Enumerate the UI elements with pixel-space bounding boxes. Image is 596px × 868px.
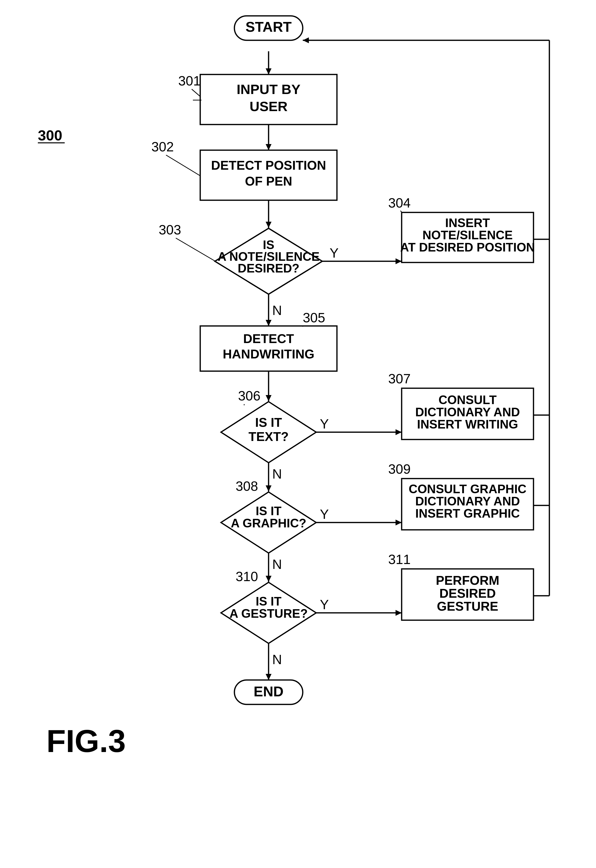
node-301-line1: INPUT BY [237,81,300,97]
node-310-line1: IS IT [256,595,282,608]
node-303-line3: DESIRED? [238,261,299,275]
label-310-n: N [272,652,282,667]
node-309-line3: INSERT GRAPHIC [415,506,520,520]
ref-310: 310 [236,569,258,584]
node-304-line1: INSERT [445,216,490,230]
ref-309: 309 [388,462,411,477]
ref-304: 304 [388,195,411,211]
node-308-line1: IS IT [256,504,282,518]
figure-label: FIG.3 [46,723,126,759]
label-303-y: Y [330,245,339,261]
label-306-n: N [272,466,282,481]
node-309-line1: CONSULT GRAPHIC [409,482,527,496]
node-307-line1: CONSULT [438,393,497,407]
node-302-line2: OF PEN [245,174,292,188]
node-311-line1: PERFORM [436,573,499,588]
node-302-line1: DETECT POSITION [211,158,326,173]
ref-306: 306 [238,388,261,403]
node-306-line2: TEXT? [249,430,289,444]
ref-305: 305 [303,310,325,325]
node-304-line3: AT DESIRED POSITION [400,241,535,254]
node-305-line1: DETECT [243,332,294,346]
label-308-y: Y [320,506,329,522]
node-307-line3: INSERT WRITING [417,418,518,431]
end-label: END [254,683,283,699]
node-305-line2: HANDWRITING [223,347,314,361]
node-311-line3: GESTURE [437,599,498,613]
node-310-line2: A GESTURE? [230,607,308,620]
node-304-line2: NOTE/SILENCE [422,228,512,242]
ref-300: 300 [38,127,62,143]
label-310-y: Y [320,597,329,612]
ref-301: 301 [178,73,201,89]
ref-307: 307 [388,371,411,386]
ref-311: 311 [388,552,411,567]
node-306-line1: IS IT [255,415,282,430]
label-308-n: N [272,557,282,572]
ref-302: 302 [151,139,174,154]
flowchart-diagram: Y N Y N Y N Y N [0,0,596,868]
start-label: START [245,19,292,35]
node-301-line2: USER [249,99,288,114]
label-303-n: N [272,303,282,318]
ref-308: 308 [236,478,258,494]
node-311-line2: DESIRED [439,586,496,601]
node-308-line2: A GRAPHIC? [231,517,306,530]
ref-303: 303 [159,222,181,237]
node-309-line2: DICTIONARY AND [415,495,520,508]
label-306-y: Y [320,416,329,431]
node-307-line2: DICTIONARY AND [415,405,520,419]
